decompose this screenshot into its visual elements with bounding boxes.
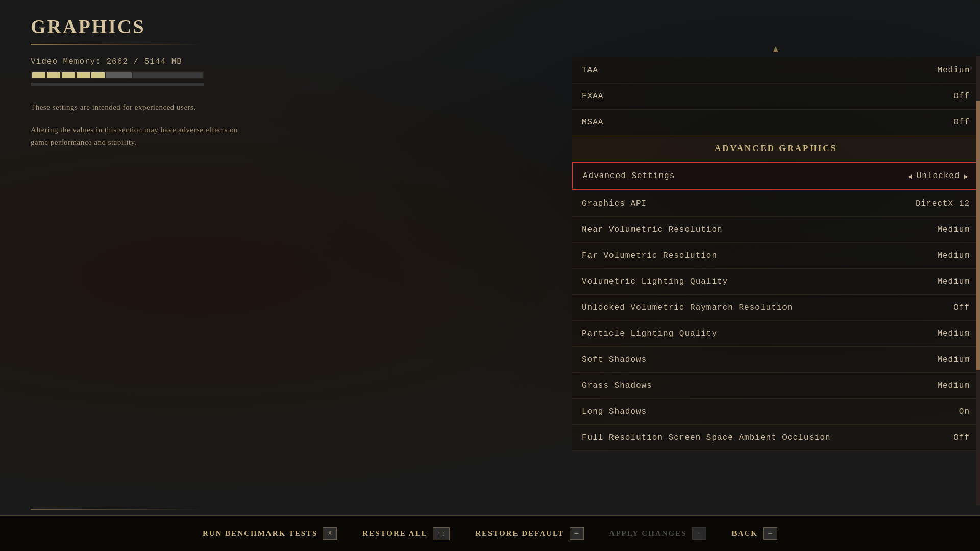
setting-name-full-res-ssao: Full Resolution Screen Space Ambient Occ… (582, 433, 831, 442)
setting-row-vol-raymarch[interactable]: Unlocked Volumetric Raymarch Resolution … (572, 295, 980, 321)
setting-name-near-vol-res: Near Volumetric Resolution (582, 225, 723, 234)
back-label: Back (732, 529, 758, 538)
run-benchmark-label: Run Benchmark Tests (203, 529, 317, 538)
setting-row-full-res-ssao[interactable]: Full Resolution Screen Space Ambient Occ… (572, 425, 980, 451)
run-benchmark-action[interactable]: Run Benchmark Tests X (203, 527, 337, 540)
setting-value-advanced-settings: ◀ Unlocked ▶ (908, 171, 969, 181)
setting-row-soft-shadows[interactable]: Soft Shadows Medium (572, 347, 980, 373)
settings-panel: ▲ TAA Medium FXAA Off MSAA Off Advanced … (572, 41, 980, 520)
setting-value-near-vol-res: Medium (937, 225, 970, 234)
back-action[interactable]: Back — (732, 527, 777, 540)
setting-value-msaa: Off (953, 118, 970, 127)
setting-row-near-vol-res[interactable]: Near Volumetric Resolution Medium (572, 217, 980, 243)
mem-seg-4 (77, 72, 90, 78)
apply-changes-action[interactable]: Apply Changes ▪ (609, 527, 706, 540)
run-benchmark-key: X (323, 527, 337, 540)
mem-seg-gap (106, 72, 132, 78)
setting-name-fxaa: FXAA (582, 92, 603, 101)
restore-default-key: — (570, 527, 584, 540)
advanced-graphics-header: Advanced Graphics (572, 136, 980, 161)
setting-name-long-shadows: Long Shadows (582, 407, 647, 416)
setting-value-full-res-ssao: Off (953, 433, 970, 442)
description-2: Altering the values in this section may … (31, 123, 255, 149)
back-key: — (763, 527, 777, 540)
setting-name-advanced-settings: Advanced Settings (583, 171, 675, 181)
restore-all-label: Restore All (362, 529, 427, 538)
memory-bar (31, 71, 204, 79)
setting-value-vol-light: Medium (937, 277, 970, 286)
setting-row-far-vol-res[interactable]: Far Volumetric Resolution Medium (572, 243, 980, 269)
arrow-right-icon[interactable]: ▶ (964, 172, 969, 181)
restore-default-label: Restore Default (475, 529, 564, 538)
setting-row-grass-shadows[interactable]: Grass Shadows Medium (572, 373, 980, 399)
restore-default-action[interactable]: Restore Default — (475, 527, 583, 540)
page-title: Graphics (31, 15, 316, 38)
setting-row-taa[interactable]: TAA Medium (572, 58, 980, 84)
left-bottom-divider (31, 509, 204, 510)
description-1: These settings are intended for experien… (31, 101, 255, 114)
video-memory-label: Video Memory: 2662 / 5144 MB (31, 57, 316, 66)
setting-name-vol-raymarch: Unlocked Volumetric Raymarch Resolution (582, 303, 793, 312)
setting-row-graphics-api[interactable]: Graphics API DirectX 12 (572, 191, 980, 217)
mem-seg-5 (91, 72, 105, 78)
setting-value-taa: Medium (937, 66, 970, 75)
mem-seg-2 (47, 72, 60, 78)
setting-row-long-shadows[interactable]: Long Shadows On (572, 399, 980, 425)
setting-name-msaa: MSAA (582, 118, 603, 127)
setting-value-grass-shadows: Medium (937, 381, 970, 390)
setting-value-soft-shadows: Medium (937, 355, 970, 364)
scroll-indicator-top: ▲ (572, 41, 980, 58)
setting-name-graphics-api: Graphics API (582, 199, 647, 208)
description-block: These settings are intended for experien… (31, 101, 255, 149)
setting-value-particle-light: Medium (937, 329, 970, 338)
setting-name-taa: TAA (582, 66, 598, 75)
restore-all-key: ↑⇧ (433, 527, 450, 540)
arrow-left-icon[interactable]: ◀ (908, 172, 912, 181)
setting-row-msaa[interactable]: MSAA Off (572, 110, 980, 136)
bottom-toolbar: Run Benchmark Tests X Restore All ↑⇧ Res… (0, 515, 980, 551)
setting-value-graphics-api: DirectX 12 (916, 199, 970, 208)
apply-changes-label: Apply Changes (609, 529, 687, 538)
scrollbar-track (976, 56, 980, 505)
setting-name-particle-light: Particle Lighting Quality (582, 329, 717, 338)
setting-name-soft-shadows: Soft Shadows (582, 355, 647, 364)
memory-bar-secondary (31, 83, 204, 86)
setting-row-vol-light[interactable]: Volumetric Lighting Quality Medium (572, 269, 980, 295)
setting-row-advanced-settings[interactable]: Advanced Settings ◀ Unlocked ▶ (572, 162, 980, 190)
scrollbar-thumb[interactable] (976, 101, 980, 370)
restore-all-action[interactable]: Restore All ↑⇧ (362, 527, 450, 540)
setting-row-particle-light[interactable]: Particle Lighting Quality Medium (572, 321, 980, 347)
mem-seg-free (133, 72, 203, 78)
mem-seg-1 (32, 72, 45, 78)
setting-row-fxaa[interactable]: FXAA Off (572, 84, 980, 110)
setting-value-fxaa: Off (953, 92, 970, 101)
setting-value-far-vol-res: Medium (937, 251, 970, 260)
apply-changes-key: ▪ (692, 527, 706, 540)
setting-name-grass-shadows: Grass Shadows (582, 381, 652, 390)
setting-value-vol-raymarch: Off (953, 303, 970, 312)
setting-value-long-shadows: On (959, 407, 970, 416)
setting-name-far-vol-res: Far Volumetric Resolution (582, 251, 717, 260)
title-divider (31, 44, 204, 45)
setting-name-vol-light: Volumetric Lighting Quality (582, 277, 728, 286)
settings-list: TAA Medium FXAA Off MSAA Off Advanced Gr… (572, 58, 980, 451)
mem-seg-3 (62, 72, 75, 78)
